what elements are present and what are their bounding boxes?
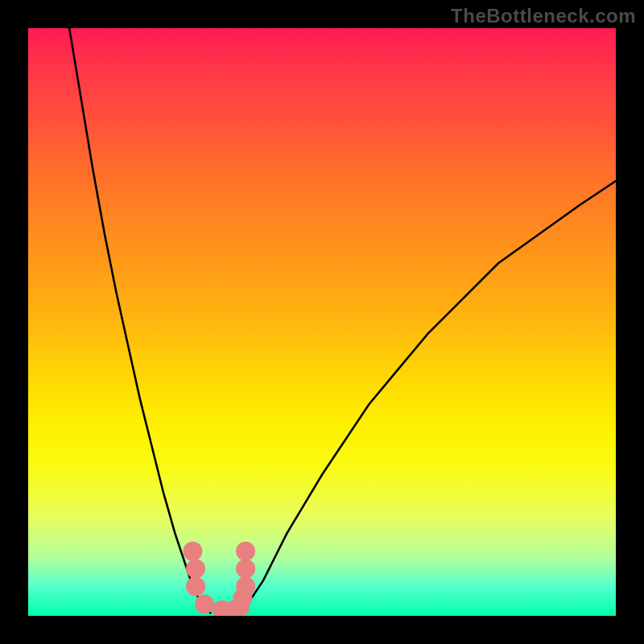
- marker-dot: [236, 559, 255, 579]
- left-curve: [69, 28, 210, 613]
- marker-dot: [186, 577, 205, 597]
- marker-dot: [236, 577, 255, 597]
- chart-container: TheBottleneck.com: [0, 0, 644, 644]
- marker-dot: [195, 594, 214, 613]
- watermark-text: TheBottleneck.com: [451, 5, 636, 27]
- chart-svg: [28, 28, 616, 616]
- plot-area: [28, 28, 616, 616]
- marker-dot: [183, 542, 202, 561]
- marker-dot: [236, 542, 255, 561]
- valley-markers: [183, 542, 255, 616]
- marker-dot: [186, 559, 205, 579]
- right-curve: [240, 181, 616, 613]
